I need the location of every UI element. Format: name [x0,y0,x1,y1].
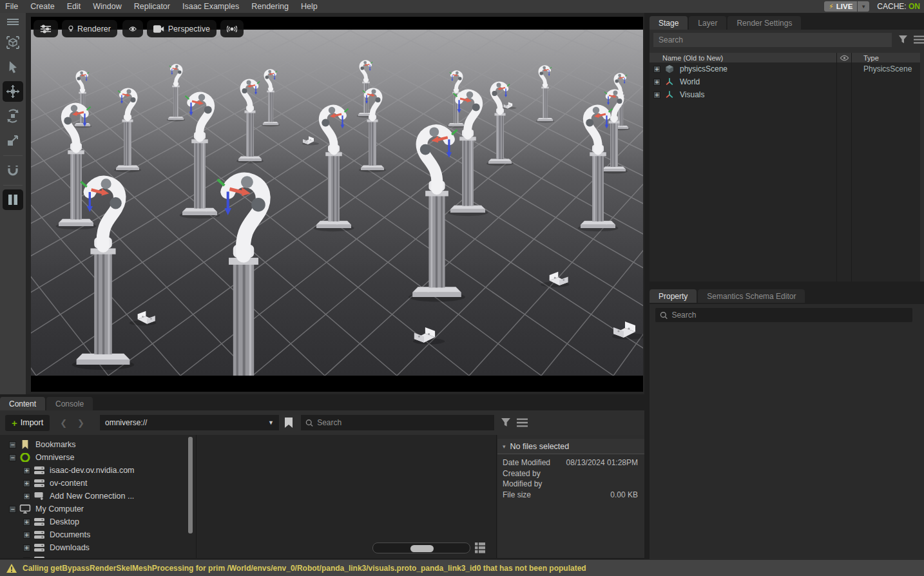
file-grid-pane[interactable] [197,435,497,558]
warning-icon [6,564,17,573]
column-divider [851,53,852,282]
stage-filter-icon[interactable] [898,35,908,44]
tree-scrollbar[interactable] [188,437,193,533]
column-name-label: Name (Old to New) [650,54,723,62]
content-search-box[interactable] [301,415,494,430]
tab-render-settings[interactable]: Render Settings [727,16,801,30]
menu-window[interactable]: Window [93,2,121,11]
menu-edit[interactable]: Edit [67,2,81,11]
expand-icon[interactable]: + [653,91,660,99]
camera-menu-button[interactable]: Perspective [147,20,217,37]
content-search-input[interactable] [317,418,490,427]
viewport-3d-render[interactable]: Renderer Perspective [31,17,643,392]
tab-console[interactable]: Console [46,397,93,410]
detail-label: Modified by [503,479,542,489]
renderer-menu-button[interactable]: Renderer [62,20,117,37]
path-bar[interactable]: omniverse:// ▼ [100,415,279,430]
collapse-icon[interactable]: − [9,441,16,448]
menu-help[interactable]: Help [301,2,318,11]
expand-icon[interactable]: + [23,480,30,487]
stage-row-world[interactable]: + World [650,75,920,88]
view-mode-grid-icon[interactable] [474,542,486,553]
expand-icon[interactable]: + [23,467,30,474]
detail-created-by: Created by [497,468,644,479]
collapse-icon[interactable]: − [9,454,16,461]
live-sync-button[interactable]: ⚡ LIVE [824,1,857,12]
bookmark-icon[interactable] [284,417,293,428]
menu-rendering[interactable]: Rendering [251,2,289,11]
pause-button[interactable] [3,189,23,210]
stage-row-visuals[interactable]: + Visuals [650,88,920,101]
expand-icon[interactable]: + [23,493,30,500]
stage-row-type: PhysicsScene [863,64,912,73]
tab-layer[interactable]: Layer [689,16,726,30]
property-panel [650,304,924,559]
right-panel: Stage Layer Render Settings Name (Old to… [650,13,924,559]
property-search-input[interactable] [671,311,908,320]
tree-row-desktop[interactable]: + Desktop [0,515,196,528]
stage-search-input[interactable] [653,33,892,47]
slider-thumb[interactable] [410,545,434,552]
expand-icon[interactable]: + [23,532,30,539]
viewport-letterbox-bottom [31,376,643,392]
menu-isaac-examples[interactable]: Isaac Examples [182,2,239,11]
rotate-tool[interactable] [3,106,23,126]
select-bounds-tool[interactable] [3,32,23,53]
audio-menu-button[interactable] [220,20,244,37]
expand-icon[interactable]: + [23,519,30,526]
tab-semantics-schema-editor[interactable]: Semantics Schema Editor [698,289,805,303]
collapse-triangle-icon: ▾ [503,443,506,450]
selection-summary[interactable]: ▾ No files selected [497,439,644,454]
tab-content[interactable]: Content [0,397,45,410]
stage-row-physicsscene[interactable]: + physicsScene PhysicsScene [650,62,920,75]
toolbar-drag-handle[interactable] [3,15,23,28]
move-tool[interactable] [3,81,23,102]
menu-file[interactable]: File [5,2,18,11]
tab-layer-label: Layer [698,19,717,28]
thumbnail-size-slider[interactable] [372,542,470,553]
path-value: omniverse:// [105,418,147,427]
search-icon [305,419,313,427]
visibility-menu-button[interactable] [122,20,143,37]
stage-options-icon[interactable] [914,35,924,44]
import-button[interactable]: + Import [5,415,50,431]
tree-row-ov-content[interactable]: + ov-content [0,477,196,490]
tree-label: Add New Connection ... [50,492,134,501]
tree-row-bookmarks[interactable]: − Bookmarks [0,438,196,451]
tab-stage[interactable]: Stage [650,16,688,30]
live-dropdown-button[interactable]: ▼ [858,1,869,12]
tree-row-add-new-connection[interactable]: + Add New Connection ... [0,490,196,503]
content-filter-icon[interactable] [501,418,511,428]
stage-tree: + physicsScene PhysicsScene + World [650,62,920,282]
tree-row-omniverse[interactable]: − Omniverse [0,451,196,464]
nav-back-button[interactable]: ❮ [60,418,67,428]
select-cursor-tool[interactable] [3,57,23,77]
tree-row-downloads[interactable]: + Downloads [0,541,196,554]
snap-magnet-tool[interactable] [3,160,23,180]
visibility-column-eye-icon [840,55,849,61]
tab-render-settings-label: Render Settings [736,19,792,28]
expand-icon[interactable]: + [23,544,30,552]
tab-stage-label: Stage [659,19,679,28]
stage-row-label: physicsScene [680,64,727,73]
tree-row-partial[interactable]: + [0,554,196,558]
stage-column-headers[interactable]: Name (Old to New) Type [650,53,920,62]
menu-create[interactable]: Create [30,2,55,11]
viewport-settings-button[interactable] [34,20,58,37]
tree-row-my-computer[interactable]: − My Computer [0,503,196,515]
tree-label: isaac-dev.ov.nvidia.com [50,466,135,475]
tab-property-label: Property [659,292,688,301]
expand-icon[interactable]: + [653,66,660,73]
expand-icon[interactable]: + [653,79,660,86]
tab-property[interactable]: Property [650,289,697,303]
xform-axis-icon [664,77,675,86]
tree-row-isaac-dev[interactable]: + isaac-dev.ov.nvidia.com [0,464,196,477]
nav-forward-button[interactable]: ❯ [77,418,84,428]
expand-icon[interactable]: + [23,557,30,559]
menu-replicator[interactable]: Replicator [134,2,170,11]
collapse-icon[interactable]: − [9,506,16,513]
path-dropdown-icon[interactable]: ▼ [268,419,274,426]
scale-tool[interactable] [3,130,23,151]
content-options-icon[interactable] [517,418,528,427]
tree-row-documents[interactable]: + Documents [0,528,196,541]
